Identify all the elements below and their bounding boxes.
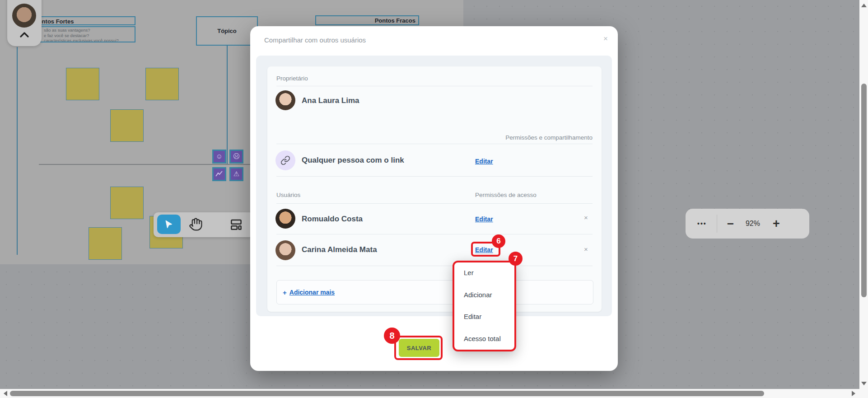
warning-widget-icon[interactable]: ⚠ bbox=[229, 167, 243, 181]
menu-item-acesso-total[interactable]: Acesso total bbox=[454, 335, 514, 342]
owner-avatar bbox=[275, 90, 295, 110]
menu-item-ler[interactable]: Ler bbox=[454, 269, 514, 276]
frame-description-line: e faz você se destacar? bbox=[44, 33, 119, 38]
frames-layout-icon bbox=[229, 218, 243, 231]
divider bbox=[276, 176, 593, 177]
share-dialog: Compartilhar com outros usuários × Propr… bbox=[250, 26, 618, 371]
user-avatar bbox=[275, 240, 295, 260]
frame-pontos-fracos-title-box[interactable]: Pontos Fracos bbox=[315, 15, 419, 25]
cursor-icon bbox=[163, 219, 174, 230]
app-screen: Pontos Fortes são as suas vantagens? e f… bbox=[0, 0, 868, 398]
annotation-badge-7: 7 bbox=[509, 252, 523, 266]
edit-user-permission-link[interactable]: Editar bbox=[475, 215, 493, 223]
menu-item-adicionar[interactable]: Adicionar bbox=[454, 291, 514, 299]
sticky-note[interactable] bbox=[110, 187, 144, 219]
annotation-badge-8: 8 bbox=[384, 328, 400, 344]
frame-topico-title: Tópico bbox=[217, 28, 237, 34]
zoom-level-label: 92% bbox=[746, 220, 760, 228]
divider bbox=[276, 234, 593, 234]
divider bbox=[276, 203, 593, 204]
owner-section-label: Proprietário bbox=[276, 75, 308, 82]
dialog-card: Proprietário Ana Laura Lima Permissões e… bbox=[267, 66, 602, 312]
close-icon[interactable]: × bbox=[603, 34, 608, 43]
zoom-in-button[interactable]: + bbox=[773, 219, 780, 228]
select-tool-button[interactable] bbox=[157, 215, 181, 234]
sad-face-widget-icon[interactable]: ☹ bbox=[229, 150, 243, 164]
divider bbox=[276, 266, 593, 266]
dialog-title: Compartilhar com outros usuários bbox=[264, 36, 366, 44]
zoom-out-button[interactable]: − bbox=[727, 219, 734, 228]
user-name: Carina Almeida Mata bbox=[302, 245, 377, 254]
link-icon bbox=[275, 150, 295, 170]
frame-pontos-fortes-title-box[interactable]: Pontos Fortes bbox=[28, 16, 135, 25]
frame-description-line: características exclusivas você possui? bbox=[44, 38, 119, 42]
sticky-note[interactable] bbox=[145, 68, 179, 100]
dialog-panel: Proprietário Ana Laura Lima Permissões e… bbox=[256, 56, 612, 316]
users-section-label: Usuários bbox=[276, 192, 300, 198]
smiley-face-widget-icon[interactable]: ☺ bbox=[212, 150, 226, 164]
pan-tool-button[interactable] bbox=[189, 217, 203, 231]
sticky-note[interactable] bbox=[89, 227, 122, 260]
plus-icon: + bbox=[283, 289, 287, 296]
scroll-down-arrow-icon[interactable] bbox=[861, 382, 867, 385]
frame-description-line: são as suas vantagens? bbox=[44, 28, 119, 33]
permissions-sharing-header: Permissões e compartilhamento bbox=[505, 134, 593, 141]
scroll-left-arrow-icon[interactable] bbox=[4, 391, 7, 396]
add-more-box[interactable]: + Adicionar mais bbox=[276, 280, 593, 304]
frame-pontos-fortes-description-box[interactable]: são as suas vantagens? e faz você se des… bbox=[28, 26, 135, 42]
toolbar bbox=[154, 212, 254, 237]
zoom-controls: ••• − 92% + bbox=[686, 209, 809, 239]
scroll-up-arrow-icon[interactable] bbox=[861, 4, 867, 7]
frame-topico-box[interactable]: Tópico bbox=[196, 16, 258, 46]
horizontal-scrollbar[interactable] bbox=[0, 389, 859, 398]
anyone-with-link-label: Qualquer pessoa com o link bbox=[302, 156, 404, 165]
scroll-right-arrow-icon[interactable] bbox=[852, 391, 855, 396]
divider bbox=[276, 86, 593, 86]
access-permissions-header: Permissões de acesso bbox=[475, 192, 537, 198]
chart-widget-icon[interactable] bbox=[212, 167, 226, 181]
frame-pontos-fracos-title: Pontos Fracos bbox=[375, 17, 418, 24]
vertical-scrollbar-thumb[interactable] bbox=[861, 84, 867, 297]
collapse-chevron-icon[interactable] bbox=[18, 30, 31, 40]
user-name: Romualdo Costa bbox=[302, 215, 363, 224]
vertical-scrollbar[interactable] bbox=[859, 0, 868, 398]
board-grid-line-vertical bbox=[17, 47, 18, 255]
edit-link-permission-link[interactable]: Editar bbox=[475, 158, 493, 165]
divider bbox=[276, 144, 593, 144]
permission-dropdown-menu: Ler Adicionar Editar Acesso total bbox=[453, 261, 516, 351]
sticky-note[interactable] bbox=[66, 68, 99, 100]
frames-tool-button[interactable] bbox=[229, 218, 243, 231]
remove-user-icon[interactable]: × bbox=[584, 245, 588, 253]
annotation-badge-6: 6 bbox=[492, 234, 505, 248]
hand-icon bbox=[189, 217, 203, 231]
zoom-pill-divider bbox=[717, 215, 717, 233]
add-more-link[interactable]: Adicionar mais bbox=[289, 289, 335, 296]
menu-item-editar[interactable]: Editar bbox=[454, 313, 514, 320]
user-avatar bbox=[275, 209, 295, 229]
owner-name: Ana Laura Lima bbox=[302, 96, 359, 105]
line-chart-glyph bbox=[214, 169, 225, 180]
board-grid-line-vertical-2 bbox=[227, 46, 228, 164]
profile-card bbox=[7, 0, 42, 46]
sticky-note[interactable] bbox=[110, 109, 144, 142]
remove-user-icon[interactable]: × bbox=[584, 214, 588, 221]
horizontal-scrollbar-thumb[interactable] bbox=[10, 391, 764, 396]
more-options-button[interactable]: ••• bbox=[697, 220, 707, 227]
avatar[interactable] bbox=[12, 4, 36, 28]
annotation-box-save-button bbox=[394, 336, 443, 360]
